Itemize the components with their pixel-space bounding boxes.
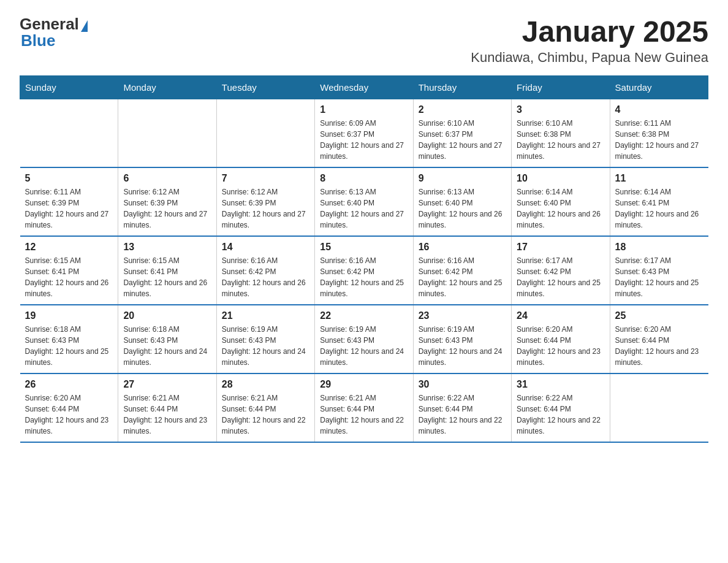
day-number: 5 xyxy=(25,173,113,184)
calendar-day-cell: 6Sunrise: 6:12 AMSunset: 6:39 PMDaylight… xyxy=(118,167,216,236)
day-info: Sunrise: 6:17 AMSunset: 6:42 PMDaylight:… xyxy=(517,255,604,299)
logo-blue-text: Blue xyxy=(20,31,55,50)
day-number: 24 xyxy=(517,310,604,321)
calendar-header: SundayMondayTuesdayWednesdayThursdayFrid… xyxy=(20,76,708,99)
day-info: Sunrise: 6:16 AMSunset: 6:42 PMDaylight:… xyxy=(320,255,408,299)
day-info: Sunrise: 6:21 AMSunset: 6:44 PMDaylight:… xyxy=(320,393,408,437)
calendar-day-cell: 21Sunrise: 6:19 AMSunset: 6:43 PMDayligh… xyxy=(216,305,314,373)
calendar-day-cell: 14Sunrise: 6:16 AMSunset: 6:42 PMDayligh… xyxy=(216,236,314,305)
day-number: 6 xyxy=(123,173,211,184)
calendar-day-cell: 27Sunrise: 6:21 AMSunset: 6:44 PMDayligh… xyxy=(118,373,216,442)
logo-triangle-icon xyxy=(81,20,88,32)
day-info: Sunrise: 6:22 AMSunset: 6:44 PMDaylight:… xyxy=(419,393,506,437)
calendar-day-cell: 28Sunrise: 6:21 AMSunset: 6:44 PMDayligh… xyxy=(216,373,314,442)
header-day: Wednesday xyxy=(315,76,413,99)
day-number: 18 xyxy=(615,242,703,253)
calendar-day-cell: 1Sunrise: 6:09 AMSunset: 6:37 PMDaylight… xyxy=(315,99,413,168)
day-number: 1 xyxy=(320,104,408,115)
day-info: Sunrise: 6:22 AMSunset: 6:44 PMDaylight:… xyxy=(517,393,604,437)
day-number: 27 xyxy=(123,379,211,390)
day-info: Sunrise: 6:19 AMSunset: 6:43 PMDaylight:… xyxy=(222,324,309,368)
calendar-day-cell: 30Sunrise: 6:22 AMSunset: 6:44 PMDayligh… xyxy=(413,373,511,442)
day-number: 8 xyxy=(320,173,408,184)
day-number: 3 xyxy=(517,104,604,115)
day-info: Sunrise: 6:21 AMSunset: 6:44 PMDaylight:… xyxy=(222,393,309,437)
calendar-day-cell: 26Sunrise: 6:20 AMSunset: 6:44 PMDayligh… xyxy=(20,373,118,442)
calendar-day-cell: 19Sunrise: 6:18 AMSunset: 6:43 PMDayligh… xyxy=(20,305,118,373)
day-info: Sunrise: 6:14 AMSunset: 6:40 PMDaylight:… xyxy=(517,186,604,231)
calendar-body: 1Sunrise: 6:09 AMSunset: 6:37 PMDaylight… xyxy=(20,99,708,443)
calendar-week-row: 1Sunrise: 6:09 AMSunset: 6:37 PMDaylight… xyxy=(20,99,708,168)
day-info: Sunrise: 6:20 AMSunset: 6:44 PMDaylight:… xyxy=(25,393,113,437)
header-row: SundayMondayTuesdayWednesdayThursdayFrid… xyxy=(20,76,708,99)
calendar-day-cell: 25Sunrise: 6:20 AMSunset: 6:44 PMDayligh… xyxy=(610,305,708,373)
day-info: Sunrise: 6:14 AMSunset: 6:41 PMDaylight:… xyxy=(615,186,703,231)
day-number: 13 xyxy=(123,242,211,253)
day-number: 10 xyxy=(517,173,604,184)
day-info: Sunrise: 6:13 AMSunset: 6:40 PMDaylight:… xyxy=(320,186,408,231)
day-number: 29 xyxy=(320,379,408,390)
calendar-day-cell: 3Sunrise: 6:10 AMSunset: 6:38 PMDaylight… xyxy=(512,99,610,168)
day-info: Sunrise: 6:18 AMSunset: 6:43 PMDaylight:… xyxy=(25,324,113,368)
day-number: 9 xyxy=(419,173,506,184)
calendar-day-cell: 11Sunrise: 6:14 AMSunset: 6:41 PMDayligh… xyxy=(610,167,708,236)
day-number: 2 xyxy=(419,104,506,115)
calendar-table: SundayMondayTuesdayWednesdayThursdayFrid… xyxy=(20,75,708,443)
day-info: Sunrise: 6:15 AMSunset: 6:41 PMDaylight:… xyxy=(123,255,211,299)
header-day: Sunday xyxy=(20,76,118,99)
day-info: Sunrise: 6:12 AMSunset: 6:39 PMDaylight:… xyxy=(222,186,309,231)
calendar-day-cell: 2Sunrise: 6:10 AMSunset: 6:37 PMDaylight… xyxy=(413,99,511,168)
calendar-day-cell: 5Sunrise: 6:11 AMSunset: 6:39 PMDaylight… xyxy=(20,167,118,236)
day-info: Sunrise: 6:20 AMSunset: 6:44 PMDaylight:… xyxy=(517,324,604,368)
calendar-day-cell: 22Sunrise: 6:19 AMSunset: 6:43 PMDayligh… xyxy=(315,305,413,373)
calendar-week-row: 5Sunrise: 6:11 AMSunset: 6:39 PMDaylight… xyxy=(20,167,708,236)
calendar-day-cell: 13Sunrise: 6:15 AMSunset: 6:41 PMDayligh… xyxy=(118,236,216,305)
day-info: Sunrise: 6:10 AMSunset: 6:38 PMDaylight:… xyxy=(517,118,604,162)
day-info: Sunrise: 6:19 AMSunset: 6:43 PMDaylight:… xyxy=(320,324,408,368)
header-day: Saturday xyxy=(610,76,708,99)
day-number: 4 xyxy=(615,104,703,115)
header-day: Friday xyxy=(512,76,610,99)
calendar-day-cell: 17Sunrise: 6:17 AMSunset: 6:42 PMDayligh… xyxy=(512,236,610,305)
day-info: Sunrise: 6:20 AMSunset: 6:44 PMDaylight:… xyxy=(615,324,703,368)
calendar-day-cell: 12Sunrise: 6:15 AMSunset: 6:41 PMDayligh… xyxy=(20,236,118,305)
calendar-week-row: 12Sunrise: 6:15 AMSunset: 6:41 PMDayligh… xyxy=(20,236,708,305)
day-info: Sunrise: 6:16 AMSunset: 6:42 PMDaylight:… xyxy=(419,255,506,299)
calendar-day-cell xyxy=(118,99,216,168)
header-day: Monday xyxy=(118,76,216,99)
day-number: 17 xyxy=(517,242,604,253)
calendar-day-cell xyxy=(20,99,118,168)
day-number: 7 xyxy=(222,173,309,184)
calendar-day-cell: 8Sunrise: 6:13 AMSunset: 6:40 PMDaylight… xyxy=(315,167,413,236)
calendar-day-cell xyxy=(610,373,708,442)
day-info: Sunrise: 6:10 AMSunset: 6:37 PMDaylight:… xyxy=(419,118,506,162)
calendar-title: January 2025 xyxy=(471,15,708,48)
day-number: 23 xyxy=(419,310,506,321)
day-info: Sunrise: 6:13 AMSunset: 6:40 PMDaylight:… xyxy=(419,186,506,231)
logo: General Blue xyxy=(20,15,88,50)
day-number: 28 xyxy=(222,379,309,390)
day-number: 30 xyxy=(419,379,506,390)
day-number: 14 xyxy=(222,242,309,253)
calendar-day-cell: 9Sunrise: 6:13 AMSunset: 6:40 PMDaylight… xyxy=(413,167,511,236)
calendar-day-cell: 29Sunrise: 6:21 AMSunset: 6:44 PMDayligh… xyxy=(315,373,413,442)
calendar-week-row: 26Sunrise: 6:20 AMSunset: 6:44 PMDayligh… xyxy=(20,373,708,442)
calendar-day-cell: 4Sunrise: 6:11 AMSunset: 6:38 PMDaylight… xyxy=(610,99,708,168)
calendar-day-cell: 18Sunrise: 6:17 AMSunset: 6:43 PMDayligh… xyxy=(610,236,708,305)
day-info: Sunrise: 6:17 AMSunset: 6:43 PMDaylight:… xyxy=(615,255,703,299)
calendar-day-cell: 24Sunrise: 6:20 AMSunset: 6:44 PMDayligh… xyxy=(512,305,610,373)
day-number: 31 xyxy=(517,379,604,390)
day-number: 11 xyxy=(615,173,703,184)
calendar-week-row: 19Sunrise: 6:18 AMSunset: 6:43 PMDayligh… xyxy=(20,305,708,373)
calendar-day-cell: 23Sunrise: 6:19 AMSunset: 6:43 PMDayligh… xyxy=(413,305,511,373)
day-number: 26 xyxy=(25,379,113,390)
calendar-subtitle: Kundiawa, Chimbu, Papua New Guinea xyxy=(471,50,708,66)
day-info: Sunrise: 6:09 AMSunset: 6:37 PMDaylight:… xyxy=(320,118,408,162)
day-info: Sunrise: 6:11 AMSunset: 6:38 PMDaylight:… xyxy=(615,118,703,162)
day-info: Sunrise: 6:19 AMSunset: 6:43 PMDaylight:… xyxy=(419,324,506,368)
page-header: General Blue January 2025 Kundiawa, Chim… xyxy=(20,15,708,66)
calendar-day-cell: 31Sunrise: 6:22 AMSunset: 6:44 PMDayligh… xyxy=(512,373,610,442)
calendar-day-cell xyxy=(216,99,314,168)
day-info: Sunrise: 6:16 AMSunset: 6:42 PMDaylight:… xyxy=(222,255,309,299)
calendar-day-cell: 7Sunrise: 6:12 AMSunset: 6:39 PMDaylight… xyxy=(216,167,314,236)
